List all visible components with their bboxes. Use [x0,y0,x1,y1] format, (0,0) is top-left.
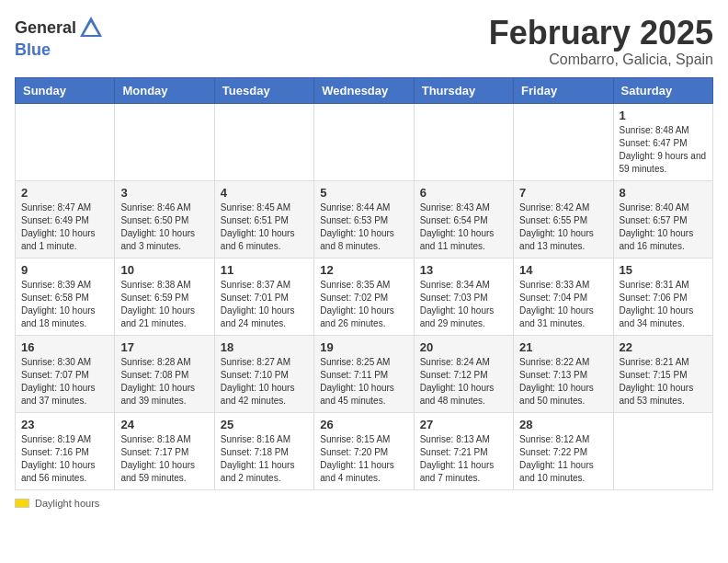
calendar-header-wednesday: Wednesday [314,77,414,103]
day-info: Sunrise: 8:27 AM Sunset: 7:10 PM Dayligh… [221,356,308,408]
calendar-header-sunday: Sunday [16,77,115,103]
calendar-cell: 4Sunrise: 8:45 AM Sunset: 6:51 PM Daylig… [214,180,313,258]
day-number: 17 [120,340,208,354]
calendar-cell: 11Sunrise: 8:37 AM Sunset: 7:01 PM Dayli… [214,258,313,335]
day-info: Sunrise: 8:40 AM Sunset: 6:57 PM Dayligh… [620,201,707,253]
calendar-cell: 3Sunrise: 8:46 AM Sunset: 6:50 PM Daylig… [115,180,214,258]
calendar-header-thursday: Thursday [414,77,513,103]
day-info: Sunrise: 8:31 AM Sunset: 7:06 PM Dayligh… [620,279,707,330]
calendar-cell: 9Sunrise: 8:39 AM Sunset: 6:58 PM Daylig… [16,258,115,335]
calendar-cell [16,103,115,180]
calendar-cell: 18Sunrise: 8:27 AM Sunset: 7:10 PM Dayli… [214,335,313,412]
day-number: 23 [21,418,108,431]
day-number: 2 [21,186,108,200]
calendar-cell: 6Sunrise: 8:43 AM Sunset: 6:54 PM Daylig… [414,180,513,258]
logo-general: General [15,18,76,38]
day-number: 1 [620,109,707,122]
day-info: Sunrise: 8:13 AM Sunset: 7:21 PM Dayligh… [420,433,507,485]
day-number: 4 [221,186,308,200]
day-number: 11 [221,263,308,277]
calendar-cell: 25Sunrise: 8:16 AM Sunset: 7:18 PM Dayli… [214,412,313,489]
day-info: Sunrise: 8:33 AM Sunset: 7:04 PM Dayligh… [519,279,607,330]
calendar-cell: 8Sunrise: 8:40 AM Sunset: 6:57 PM Daylig… [613,180,712,258]
day-info: Sunrise: 8:45 AM Sunset: 6:51 PM Dayligh… [221,201,308,253]
day-number: 18 [221,340,308,354]
day-number: 5 [320,186,407,200]
calendar-cell: 26Sunrise: 8:15 AM Sunset: 7:20 PM Dayli… [314,412,414,489]
calendar-cell: 7Sunrise: 8:42 AM Sunset: 6:55 PM Daylig… [514,180,613,258]
day-info: Sunrise: 8:48 AM Sunset: 6:47 PM Dayligh… [620,124,707,176]
day-info: Sunrise: 8:28 AM Sunset: 7:08 PM Dayligh… [120,356,208,408]
day-info: Sunrise: 8:15 AM Sunset: 7:20 PM Dayligh… [320,433,407,485]
day-info: Sunrise: 8:35 AM Sunset: 7:02 PM Dayligh… [320,279,407,330]
day-info: Sunrise: 8:30 AM Sunset: 7:07 PM Dayligh… [21,356,108,408]
calendar-cell: 21Sunrise: 8:22 AM Sunset: 7:13 PM Dayli… [514,335,613,412]
calendar-header-row: SundayMondayTuesdayWednesdayThursdayFrid… [16,77,713,103]
day-number: 8 [620,186,707,200]
calendar-week-row: 16Sunrise: 8:30 AM Sunset: 7:07 PM Dayli… [16,335,713,412]
day-number: 7 [519,186,607,200]
day-number: 21 [519,340,607,354]
calendar-cell [314,103,414,180]
calendar-cell: 20Sunrise: 8:24 AM Sunset: 7:12 PM Dayli… [414,335,513,412]
day-number: 25 [221,418,308,431]
calendar-cell: 19Sunrise: 8:25 AM Sunset: 7:11 PM Dayli… [314,335,414,412]
day-info: Sunrise: 8:24 AM Sunset: 7:12 PM Dayligh… [420,356,507,408]
calendar-cell: 16Sunrise: 8:30 AM Sunset: 7:07 PM Dayli… [16,335,115,412]
calendar-cell: 13Sunrise: 8:34 AM Sunset: 7:03 PM Dayli… [414,258,513,335]
daylight-label: Daylight hours [35,498,99,509]
day-info: Sunrise: 8:21 AM Sunset: 7:15 PM Dayligh… [620,356,707,408]
calendar-cell [115,103,214,180]
calendar-cell: 23Sunrise: 8:19 AM Sunset: 7:16 PM Dayli… [16,412,115,489]
calendar-header-saturday: Saturday [613,77,712,103]
page-header: General Blue February 2025 Combarro, Gal… [15,15,713,68]
day-number: 10 [120,263,208,277]
calendar-cell: 28Sunrise: 8:12 AM Sunset: 7:22 PM Dayli… [514,412,613,489]
day-number: 26 [320,418,407,431]
day-number: 16 [21,340,108,354]
day-info: Sunrise: 8:16 AM Sunset: 7:18 PM Dayligh… [221,433,308,485]
logo-blue: Blue [15,40,51,59]
logo: General Blue [15,15,104,60]
title-block: February 2025 Combarro, Galicia, Spain [489,15,713,68]
day-info: Sunrise: 8:34 AM Sunset: 7:03 PM Dayligh… [420,279,507,330]
calendar-header-monday: Monday [115,77,214,103]
day-info: Sunrise: 8:39 AM Sunset: 6:58 PM Dayligh… [21,279,108,330]
month-year: February 2025 [489,15,713,52]
day-info: Sunrise: 8:47 AM Sunset: 6:49 PM Dayligh… [21,201,108,253]
calendar-cell: 27Sunrise: 8:13 AM Sunset: 7:21 PM Dayli… [414,412,513,489]
calendar-week-row: 9Sunrise: 8:39 AM Sunset: 6:58 PM Daylig… [16,258,713,335]
day-number: 9 [21,263,108,277]
calendar-header-friday: Friday [514,77,613,103]
calendar-cell [613,412,712,489]
day-number: 19 [320,340,407,354]
calendar-week-row: 1Sunrise: 8:48 AM Sunset: 6:47 PM Daylig… [16,103,713,180]
calendar-header-tuesday: Tuesday [214,77,313,103]
day-number: 15 [620,263,707,277]
calendar-cell: 5Sunrise: 8:44 AM Sunset: 6:53 PM Daylig… [314,180,414,258]
logo-text: General Blue [15,15,104,60]
day-number: 22 [620,340,707,354]
calendar-week-row: 23Sunrise: 8:19 AM Sunset: 7:16 PM Dayli… [16,412,713,489]
day-info: Sunrise: 8:38 AM Sunset: 6:59 PM Dayligh… [120,279,208,330]
daylight-bar-icon [15,499,29,508]
calendar-cell: 1Sunrise: 8:48 AM Sunset: 6:47 PM Daylig… [613,103,712,180]
calendar-cell: 12Sunrise: 8:35 AM Sunset: 7:02 PM Dayli… [314,258,414,335]
location: Combarro, Galicia, Spain [489,52,713,68]
day-info: Sunrise: 8:46 AM Sunset: 6:50 PM Dayligh… [120,201,208,253]
calendar-cell: 22Sunrise: 8:21 AM Sunset: 7:15 PM Dayli… [613,335,712,412]
day-number: 27 [420,418,507,431]
day-number: 20 [420,340,507,354]
calendar-cell [514,103,613,180]
day-info: Sunrise: 8:12 AM Sunset: 7:22 PM Dayligh… [519,433,607,485]
day-info: Sunrise: 8:42 AM Sunset: 6:55 PM Dayligh… [519,201,607,253]
calendar-cell: 2Sunrise: 8:47 AM Sunset: 6:49 PM Daylig… [16,180,115,258]
calendar-cell: 10Sunrise: 8:38 AM Sunset: 6:59 PM Dayli… [115,258,214,335]
calendar-cell [414,103,513,180]
day-info: Sunrise: 8:18 AM Sunset: 7:17 PM Dayligh… [120,433,208,485]
day-info: Sunrise: 8:22 AM Sunset: 7:13 PM Dayligh… [519,356,607,408]
calendar-cell: 14Sunrise: 8:33 AM Sunset: 7:04 PM Dayli… [514,258,613,335]
day-info: Sunrise: 8:25 AM Sunset: 7:11 PM Dayligh… [320,356,407,408]
day-info: Sunrise: 8:44 AM Sunset: 6:53 PM Dayligh… [320,201,407,253]
day-number: 28 [519,418,607,431]
